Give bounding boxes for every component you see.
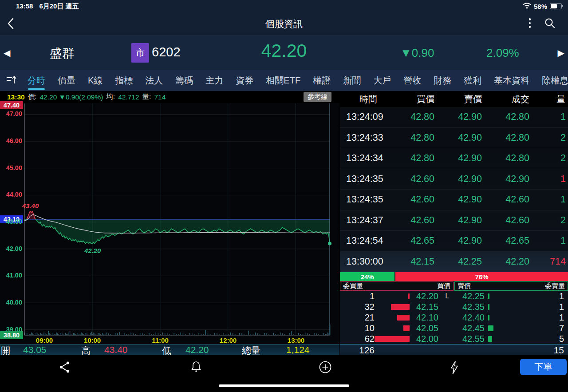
tab-item-7[interactable]: 資券: [236, 75, 253, 85]
trades-panel: 時間 買價 賣價 成交 量 13:24:0942.8042.9042.80113…: [339, 91, 568, 355]
tab-item-15[interactable]: 基本資料: [494, 75, 529, 85]
low-value: 42.20: [185, 344, 209, 355]
search-icon[interactable]: [544, 17, 556, 30]
tick-bid: 42.60: [397, 174, 434, 185]
tick-ask: 42.90: [434, 235, 482, 246]
share-icon[interactable]: [59, 360, 72, 374]
tab-item-5[interactable]: 籌碼: [175, 75, 193, 85]
x-axis-label: 12:00: [218, 337, 238, 344]
ask-qty: 1: [525, 291, 568, 301]
tick-time: 13:24:35: [340, 194, 397, 205]
tab-sort-icon[interactable]: [6, 75, 18, 87]
last-price: 42.20: [246, 40, 322, 61]
add-icon[interactable]: [319, 360, 332, 374]
bid-price: 42.00: [412, 334, 438, 344]
ask-price: 42.45: [456, 323, 485, 333]
bid-qty-bar: [375, 293, 412, 299]
alert-bell-icon[interactable]: [190, 360, 203, 374]
x-axis-label: 13:00: [286, 337, 306, 344]
x-axis-label: 11:00: [150, 337, 170, 344]
prev-stock-button[interactable]: ◀: [4, 48, 10, 58]
avg-value: 42.712: [118, 93, 139, 101]
tab-bar: 分時價量K線指標法人籌碼主力資券相關ETF權證新聞大戶營收財務獲利基本資料除權息…: [0, 70, 568, 91]
tick-bid: 42.80: [397, 111, 434, 123]
col-bid: 買價: [397, 93, 434, 105]
tab-item-1[interactable]: 價量: [58, 75, 75, 85]
tab-item-14[interactable]: 獲利: [464, 75, 481, 85]
depth-row[interactable]: 142.20L42.251: [340, 291, 568, 301]
price-change: ▼0.90: [400, 46, 434, 60]
tick-row[interactable]: 13:24:3442.8042.9042.802: [340, 148, 568, 169]
depth-row[interactable]: 1042.0542.457: [340, 323, 568, 333]
bid-qty: 62: [340, 334, 375, 344]
intraday-chart[interactable]: 43.4042.2047.4047.0046.0045.0044.0043.10…: [0, 101, 332, 344]
vol-value: 714: [154, 93, 166, 101]
stock-code: 6202: [152, 45, 181, 59]
tab-item-9[interactable]: 權證: [313, 75, 331, 85]
ask-price: 42.55: [456, 334, 485, 344]
app-screen: 13:58 6月20日 週五 58% 個股資訊 ◀ 盛群 市 6202 42.2…: [0, 0, 568, 392]
tab-item-12[interactable]: 營收: [403, 75, 421, 85]
tick-row[interactable]: 13:24:0942.8042.9042.801: [340, 107, 568, 128]
svg-text:42.20: 42.20: [84, 247, 101, 254]
bid-price: 42.20: [412, 291, 438, 301]
flash-order-icon[interactable]: [449, 360, 462, 374]
tick-ask: 42.90: [434, 153, 482, 164]
sell-ratio-segment: 76%: [395, 272, 568, 281]
tick-row[interactable]: 13:24:3542.6042.9042.601: [340, 190, 568, 210]
tab-item-4[interactable]: 法人: [145, 75, 163, 85]
x-axis-label: 09:00: [34, 337, 55, 344]
home-indicator[interactable]: [219, 384, 349, 387]
tick-row[interactable]: 13:24:3342.8042.9042.802: [340, 128, 568, 149]
y-axis-label: 40.00: [0, 299, 22, 306]
tick-time: 13:24:54: [340, 235, 397, 246]
tick-row[interactable]: 13:24:5442.6542.9042.651: [340, 231, 568, 252]
more-menu-icon[interactable]: [526, 17, 534, 29]
bid-qty-bar: [375, 336, 412, 342]
tick-price: 42.60: [482, 215, 529, 226]
vol-label: 量:: [142, 92, 151, 102]
tab-item-6[interactable]: 主力: [205, 75, 223, 85]
tick-price: 42.90: [482, 174, 529, 185]
high-value: 43.40: [104, 344, 128, 355]
tick-price: 42.80: [482, 111, 529, 123]
tick-row[interactable]: 13:24:3742.6042.9042.602: [340, 210, 568, 231]
depth-row[interactable]: 6242.0042.555: [340, 333, 568, 344]
tick-table[interactable]: 13:24:0942.8042.9042.80113:24:3342.8042.…: [340, 107, 568, 272]
y-axis-label: 47.40: [0, 101, 23, 109]
depth-table[interactable]: 142.20L42.2513242.1542.3512142.1042.4011…: [340, 291, 568, 344]
y-axis-label: 46.00: [0, 137, 22, 144]
place-order-button[interactable]: 下單: [520, 359, 567, 375]
next-stock-button[interactable]: ▶: [558, 48, 564, 58]
tab-item-3[interactable]: 指標: [115, 75, 133, 85]
ask-qty-header: 委賣量: [545, 282, 565, 290]
date: 6月20日 週五: [39, 2, 79, 11]
tab-item-0[interactable]: 分時: [28, 75, 45, 85]
tab-item-11[interactable]: 大戶: [373, 75, 391, 85]
ask-price: 42.25: [456, 291, 485, 301]
stock-header: ◀ 盛群 市 6202 42.20 ▼0.90 2.09% ▶: [0, 35, 568, 71]
col-price: 成交: [482, 93, 529, 105]
clock: 13:58: [16, 2, 33, 11]
price-change-percent: 2.09%: [486, 46, 519, 60]
tick-volume: 2: [529, 153, 568, 164]
tab-item-2[interactable]: K線: [88, 75, 103, 85]
ask-price-header: 賣價: [458, 282, 471, 290]
chart-panel: 13:30 價: 42.20 ▼0.90(2.09%) 均: 42.712 量:…: [0, 91, 339, 355]
cursor-time: 13:30: [7, 93, 25, 101]
tick-bid: 42.80: [397, 132, 434, 143]
y-axis-label: 44.00: [0, 191, 22, 198]
col-ask: 賣價: [434, 93, 482, 105]
tick-volume: 714: [529, 256, 568, 267]
depth-row[interactable]: 3242.1542.351: [340, 301, 568, 312]
avg-label: 均:: [106, 92, 115, 102]
depth-row[interactable]: 2142.1042.401: [340, 312, 568, 323]
tick-row[interactable]: 13:30:0042.1542.2542.20714: [340, 252, 568, 273]
tick-ask: 42.90: [434, 111, 482, 123]
tick-row[interactable]: 13:24:3542.6042.9042.901: [340, 169, 568, 190]
tab-item-8[interactable]: 相關ETF: [266, 75, 300, 85]
tab-item-16[interactable]: 除權息: [542, 75, 568, 85]
y-axis-label: 47.00: [0, 110, 22, 117]
tab-item-10[interactable]: 新聞: [343, 75, 361, 85]
tab-item-13[interactable]: 財務: [434, 75, 451, 85]
